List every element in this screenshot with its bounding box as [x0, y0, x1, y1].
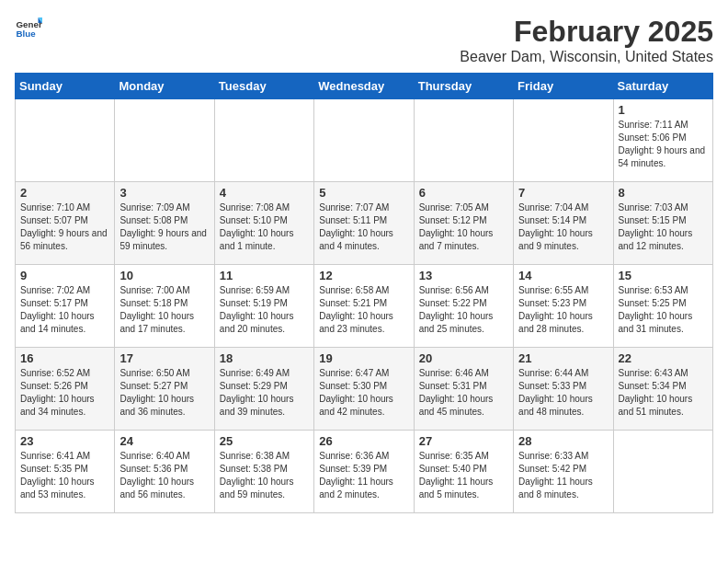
day-info: Sunrise: 6:33 AM Sunset: 5:42 PM Dayligh…	[518, 450, 608, 501]
main-title: February 2025	[460, 15, 713, 49]
day-info: Sunrise: 7:08 AM Sunset: 5:10 PM Dayligh…	[220, 201, 309, 253]
day-number: 14	[518, 269, 608, 282]
calendar-week-2: 2Sunrise: 7:10 AM Sunset: 5:07 PM Daylig…	[16, 182, 713, 265]
day-number: 8	[619, 186, 708, 200]
calendar-header-row: SundayMondayTuesdayWednesdayThursdayFrid…	[16, 74, 713, 99]
day-info: Sunrise: 6:56 AM Sunset: 5:22 PM Dayligh…	[419, 284, 508, 336]
day-number: 10	[119, 269, 209, 282]
calendar-cell	[613, 431, 712, 513]
calendar-cell: 25Sunrise: 6:38 AM Sunset: 5:38 PM Dayli…	[214, 431, 313, 513]
calendar-cell: 10Sunrise: 7:00 AM Sunset: 5:18 PM Dayli…	[115, 265, 214, 348]
day-number: 20	[419, 351, 508, 365]
day-number: 22	[619, 351, 708, 365]
day-number: 15	[619, 269, 708, 282]
calendar-cell: 3Sunrise: 7:09 AM Sunset: 5:08 PM Daylig…	[115, 182, 214, 265]
calendar-cell: 18Sunrise: 6:49 AM Sunset: 5:29 PM Dayli…	[214, 348, 313, 431]
day-info: Sunrise: 6:55 AM Sunset: 5:23 PM Dayligh…	[518, 284, 608, 336]
column-header-thursday: Thursday	[414, 74, 513, 99]
day-number: 21	[518, 351, 608, 365]
day-info: Sunrise: 7:07 AM Sunset: 5:11 PM Dayligh…	[319, 201, 408, 253]
calendar-cell: 24Sunrise: 6:40 AM Sunset: 5:36 PM Dayli…	[115, 431, 214, 513]
calendar-cell: 9Sunrise: 7:02 AM Sunset: 5:17 PM Daylig…	[16, 265, 115, 348]
column-header-wednesday: Wednesday	[314, 74, 414, 99]
calendar-cell	[214, 99, 313, 182]
day-number: 4	[220, 186, 309, 200]
day-info: Sunrise: 6:58 AM Sunset: 5:21 PM Dayligh…	[319, 284, 408, 336]
day-number: 3	[119, 186, 209, 200]
calendar-cell	[514, 99, 613, 182]
day-info: Sunrise: 7:00 AM Sunset: 5:18 PM Dayligh…	[119, 284, 209, 336]
calendar-week-4: 16Sunrise: 6:52 AM Sunset: 5:26 PM Dayli…	[16, 348, 713, 431]
calendar-cell: 20Sunrise: 6:46 AM Sunset: 5:31 PM Dayli…	[414, 348, 513, 431]
subtitle: Beaver Dam, Wisconsin, United States	[460, 49, 713, 65]
calendar-cell: 26Sunrise: 6:36 AM Sunset: 5:39 PM Dayli…	[314, 431, 414, 513]
calendar-cell: 22Sunrise: 6:43 AM Sunset: 5:34 PM Dayli…	[613, 348, 712, 431]
day-number: 1	[619, 103, 708, 117]
day-number: 11	[220, 269, 309, 282]
day-number: 19	[319, 351, 408, 365]
day-info: Sunrise: 6:41 AM Sunset: 5:35 PM Dayligh…	[20, 450, 109, 501]
calendar-cell: 21Sunrise: 6:44 AM Sunset: 5:33 PM Dayli…	[514, 348, 613, 431]
day-info: Sunrise: 7:03 AM Sunset: 5:15 PM Dayligh…	[619, 201, 708, 253]
calendar-cell	[115, 99, 214, 182]
day-info: Sunrise: 6:38 AM Sunset: 5:38 PM Dayligh…	[220, 450, 309, 501]
day-info: Sunrise: 7:09 AM Sunset: 5:08 PM Dayligh…	[119, 201, 209, 253]
calendar-cell: 6Sunrise: 7:05 AM Sunset: 5:12 PM Daylig…	[414, 182, 513, 265]
day-number: 26	[319, 434, 408, 448]
header: General Blue February 2025 Beaver Dam, W…	[15, 15, 713, 65]
day-info: Sunrise: 6:49 AM Sunset: 5:29 PM Dayligh…	[220, 367, 309, 419]
day-info: Sunrise: 6:50 AM Sunset: 5:27 PM Dayligh…	[119, 367, 209, 419]
calendar-week-1: 1Sunrise: 7:11 AM Sunset: 5:06 PM Daylig…	[16, 99, 713, 182]
day-info: Sunrise: 6:47 AM Sunset: 5:30 PM Dayligh…	[319, 367, 408, 419]
calendar-cell: 8Sunrise: 7:03 AM Sunset: 5:15 PM Daylig…	[613, 182, 712, 265]
day-info: Sunrise: 6:36 AM Sunset: 5:39 PM Dayligh…	[319, 450, 408, 501]
calendar-week-3: 9Sunrise: 7:02 AM Sunset: 5:17 PM Daylig…	[16, 265, 713, 348]
day-number: 9	[20, 269, 109, 282]
calendar-cell: 5Sunrise: 7:07 AM Sunset: 5:11 PM Daylig…	[314, 182, 414, 265]
day-number: 6	[419, 186, 508, 200]
calendar-cell: 16Sunrise: 6:52 AM Sunset: 5:26 PM Dayli…	[16, 348, 115, 431]
day-info: Sunrise: 6:40 AM Sunset: 5:36 PM Dayligh…	[119, 450, 209, 501]
day-info: Sunrise: 7:05 AM Sunset: 5:12 PM Dayligh…	[419, 201, 508, 253]
calendar-cell	[314, 99, 414, 182]
calendar-cell: 17Sunrise: 6:50 AM Sunset: 5:27 PM Dayli…	[115, 348, 214, 431]
calendar-cell: 7Sunrise: 7:04 AM Sunset: 5:14 PM Daylig…	[514, 182, 613, 265]
calendar-cell: 27Sunrise: 6:35 AM Sunset: 5:40 PM Dayli…	[414, 431, 513, 513]
day-info: Sunrise: 6:46 AM Sunset: 5:31 PM Dayligh…	[419, 367, 508, 419]
day-info: Sunrise: 7:04 AM Sunset: 5:14 PM Dayligh…	[518, 201, 608, 253]
day-info: Sunrise: 7:10 AM Sunset: 5:07 PM Dayligh…	[20, 201, 109, 253]
day-number: 13	[419, 269, 508, 282]
day-number: 7	[518, 186, 608, 200]
day-info: Sunrise: 6:35 AM Sunset: 5:40 PM Dayligh…	[419, 450, 508, 501]
calendar-cell: 23Sunrise: 6:41 AM Sunset: 5:35 PM Dayli…	[16, 431, 115, 513]
calendar-cell: 2Sunrise: 7:10 AM Sunset: 5:07 PM Daylig…	[16, 182, 115, 265]
column-header-saturday: Saturday	[613, 74, 712, 99]
logo-icon: General Blue	[15, 15, 42, 42]
day-info: Sunrise: 6:53 AM Sunset: 5:25 PM Dayligh…	[619, 284, 708, 336]
day-number: 17	[119, 351, 209, 365]
column-header-monday: Monday	[115, 74, 214, 99]
day-info: Sunrise: 6:52 AM Sunset: 5:26 PM Dayligh…	[20, 367, 109, 419]
day-info: Sunrise: 7:02 AM Sunset: 5:17 PM Dayligh…	[20, 284, 109, 336]
day-number: 24	[119, 434, 209, 448]
calendar-cell: 13Sunrise: 6:56 AM Sunset: 5:22 PM Dayli…	[414, 265, 513, 348]
column-header-tuesday: Tuesday	[214, 74, 313, 99]
day-info: Sunrise: 6:44 AM Sunset: 5:33 PM Dayligh…	[518, 367, 608, 419]
day-info: Sunrise: 7:11 AM Sunset: 5:06 PM Dayligh…	[619, 119, 708, 170]
column-header-sunday: Sunday	[16, 74, 115, 99]
day-number: 16	[20, 351, 109, 365]
calendar-cell: 15Sunrise: 6:53 AM Sunset: 5:25 PM Dayli…	[613, 265, 712, 348]
calendar-cell: 1Sunrise: 7:11 AM Sunset: 5:06 PM Daylig…	[613, 99, 712, 182]
day-number: 2	[20, 186, 109, 200]
day-number: 18	[220, 351, 309, 365]
day-number: 5	[319, 186, 408, 200]
column-header-friday: Friday	[514, 74, 613, 99]
day-number: 25	[220, 434, 309, 448]
calendar-cell: 4Sunrise: 7:08 AM Sunset: 5:10 PM Daylig…	[214, 182, 313, 265]
calendar-table: SundayMondayTuesdayWednesdayThursdayFrid…	[15, 73, 713, 513]
day-info: Sunrise: 6:59 AM Sunset: 5:19 PM Dayligh…	[220, 284, 309, 336]
day-number: 27	[419, 434, 508, 448]
logo: General Blue	[15, 15, 42, 42]
calendar-cell: 11Sunrise: 6:59 AM Sunset: 5:19 PM Dayli…	[214, 265, 313, 348]
calendar-cell	[16, 99, 115, 182]
